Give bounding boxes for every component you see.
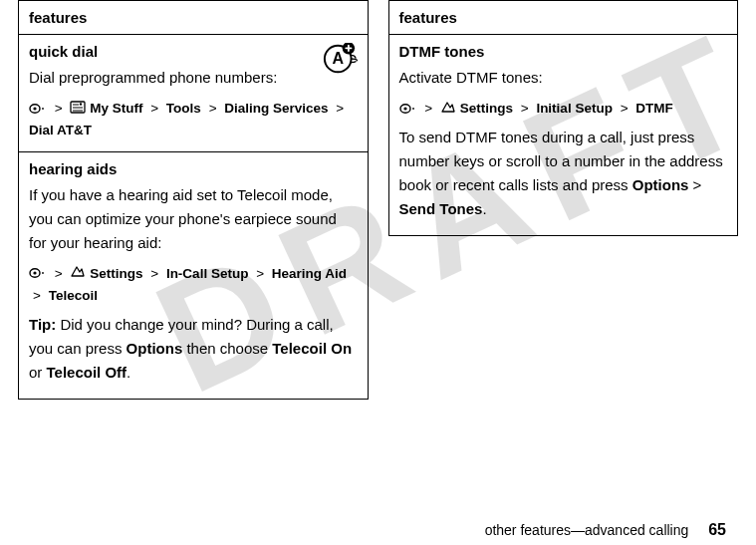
dtmf-body2-gt: >	[688, 176, 701, 193]
center-key-icon	[29, 99, 47, 121]
nav-hearing-aid: Hearing Aid	[272, 266, 347, 281]
hearing-aids-cell: hearing aids If you have a hearing aid s…	[19, 151, 369, 399]
nav-dtmf: DTMF	[635, 101, 673, 116]
nav-initial-setup: Initial Setup	[536, 101, 613, 116]
svg-point-5	[42, 108, 44, 110]
settings-icon	[70, 263, 86, 285]
features-table-right: features DTMF tones Activate DTMF tones:…	[388, 0, 739, 236]
tip-text-mid: then choose	[182, 340, 272, 357]
tip-telecoil-on: Telecoil On	[272, 340, 352, 357]
center-key-icon	[399, 99, 417, 121]
quick-dial-nav: > My Stuff > Tools > Dialing Services > …	[29, 98, 358, 141]
center-key-icon	[29, 263, 47, 285]
table-header-left: features	[19, 1, 369, 35]
svg-point-7	[80, 103, 82, 105]
quick-dial-cell: A quick dial Dial preprogrammed phone nu…	[19, 35, 369, 152]
dtmf-title: DTMF tones	[399, 43, 728, 60]
quick-dial-body: Dial preprogrammed phone numbers:	[29, 66, 358, 90]
hearing-aids-nav: > Settings > In-Call Setup > Hearing Aid…	[29, 263, 358, 307]
quick-dial-title: quick dial	[29, 43, 358, 60]
dtmf-body2-end: .	[482, 200, 486, 217]
svg-point-10	[42, 273, 44, 275]
settings-icon	[440, 99, 456, 121]
footer-section-name: other features—advanced calling	[485, 522, 689, 538]
dtmf-body1: Activate DTMF tones:	[399, 66, 728, 90]
svg-point-13	[412, 108, 414, 110]
right-column: features DTMF tones Activate DTMF tones:…	[388, 0, 739, 400]
svg-point-9	[33, 272, 36, 275]
dtmf-options: Options	[632, 176, 689, 193]
page-footer: other features—advanced calling 65	[485, 521, 726, 539]
nav-settings: Settings	[460, 101, 513, 116]
tip-text-end: .	[126, 364, 130, 381]
dtmf-send-tones: Send Tones	[399, 200, 483, 217]
left-column: features A quick dial Dial preprogrammed…	[18, 0, 369, 400]
svg-point-4	[33, 107, 36, 110]
dtmf-body2: To send DTMF tones during a call, just p…	[399, 126, 728, 221]
nav-telecoil: Telecoil	[49, 288, 98, 303]
tip-text-or: or	[29, 364, 47, 381]
nav-dialing-services: Dialing Services	[224, 101, 328, 116]
hearing-aids-title: hearing aids	[29, 160, 358, 177]
features-table-left: features A quick dial Dial preprogrammed…	[18, 0, 369, 400]
accessibility-feature-icon: A	[322, 43, 358, 79]
nav-incall-setup: In-Call Setup	[166, 266, 249, 281]
tip-options: Options	[126, 340, 183, 357]
svg-text:A: A	[332, 50, 344, 67]
footer-page-number: 65	[708, 521, 726, 538]
mystuff-icon	[70, 99, 86, 121]
nav-settings: Settings	[90, 266, 142, 281]
tip-telecoil-off: Telecoil Off	[47, 364, 127, 381]
dtmf-cell: DTMF tones Activate DTMF tones: > Settin…	[388, 35, 738, 236]
svg-point-12	[403, 107, 406, 110]
table-header-right: features	[388, 1, 738, 35]
hearing-aids-tip: Tip: Did you change your mind? During a …	[29, 313, 358, 385]
nav-mystuff: My Stuff	[90, 101, 142, 116]
hearing-aids-body: If you have a hearing aid set to Telecoi…	[29, 183, 358, 255]
nav-dial-att: Dial AT&T	[29, 123, 92, 137]
dtmf-nav: > Settings > Initial Setup > DTMF	[399, 98, 728, 120]
nav-tools: Tools	[166, 101, 201, 116]
tip-label: Tip:	[29, 316, 56, 333]
